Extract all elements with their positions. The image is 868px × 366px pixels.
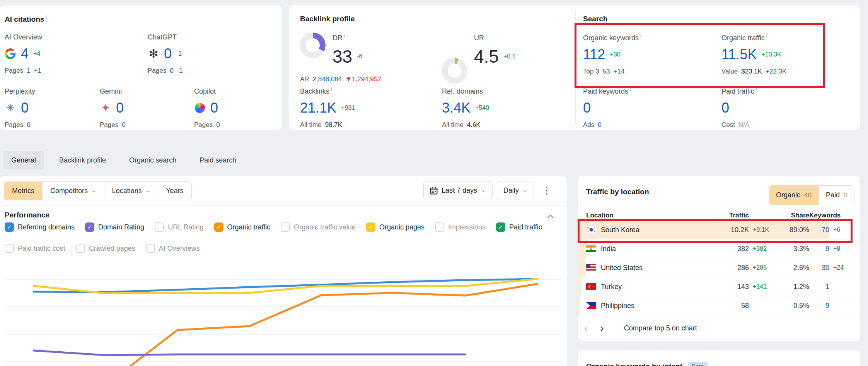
table-row-philippines[interactable]: Philippines580.5%9 xyxy=(578,296,860,315)
ai-item-value-row: ✦0 xyxy=(100,101,193,115)
tab-backlink-profile[interactable]: Backlink profile xyxy=(51,151,114,169)
keywords-value[interactable]: 9 xyxy=(809,245,829,253)
granularity-button[interactable]: Daily ⌄ xyxy=(497,181,534,200)
keywords-value[interactable]: 9 xyxy=(809,302,829,310)
ur-value: 4.5 xyxy=(474,48,499,65)
info-icon[interactable]: i xyxy=(486,33,487,39)
ai-item-pages-row: Pages0-1 xyxy=(148,67,240,75)
metric-checkbox-paid-traffic[interactable]: ✓Paid traffic xyxy=(496,222,542,232)
metric-checkbox-paid-traffic-cost[interactable]: Paid traffic cost xyxy=(5,244,65,253)
location-cell: India xyxy=(586,245,721,253)
share-value: 3.3% xyxy=(779,245,809,253)
ai-item-pages-row: Pages0 xyxy=(100,121,193,129)
traffic-value: 382 xyxy=(721,245,749,253)
pages-label: Pages xyxy=(5,67,23,75)
collapse-section-icon[interactable] xyxy=(547,213,554,220)
info-icon[interactable]: i xyxy=(640,33,641,39)
organic-traffic-value[interactable]: 11.5K xyxy=(721,48,757,62)
more-options-icon[interactable]: ⋮ xyxy=(538,185,555,196)
metric-checkbox-crawled-pages[interactable]: Crawled pages xyxy=(76,244,135,253)
filter-metrics[interactable]: Metrics xyxy=(4,182,42,200)
ar-value[interactable]: 2,848,084 xyxy=(313,75,342,83)
keywords-change: +6 xyxy=(829,226,852,233)
filter-label: Locations xyxy=(112,187,142,195)
info-icon[interactable]: i xyxy=(756,87,757,92)
filter-locations[interactable]: Locations⌄ xyxy=(104,182,158,200)
metric-checkbox-domain-rating[interactable]: ✓Domain Rating xyxy=(85,222,144,232)
prev-page-icon[interactable]: ‹ xyxy=(578,323,594,334)
metric-checkbox-url-rating[interactable]: URL Rating xyxy=(155,222,203,232)
tab-paid-search[interactable]: Paid search xyxy=(191,151,244,169)
metric-checkbox-referring-domains[interactable]: ✓Referring domains xyxy=(5,222,75,232)
filter-years[interactable]: Years xyxy=(158,182,191,200)
backlinks-label: Backlinksi xyxy=(300,87,355,96)
checked-checkbox-icon: ✓ xyxy=(85,222,94,232)
copilot-icon xyxy=(194,102,206,114)
keywords-change: +24 xyxy=(829,264,852,271)
keywords-value[interactable]: 70 xyxy=(809,226,829,234)
dr-label: DRi xyxy=(333,33,362,42)
filter-competitors[interactable]: Competitors⌄ xyxy=(42,182,104,200)
keywords-value[interactable]: 1 xyxy=(809,283,829,291)
card-divider xyxy=(575,11,576,124)
toggle-organic[interactable]: Organic40 xyxy=(769,186,819,205)
next-page-icon[interactable]: › xyxy=(594,323,610,334)
organic-paid-toggle: Organic40Paid0 xyxy=(769,185,854,205)
info-icon[interactable]: i xyxy=(766,33,767,39)
location-cell: Philippines xyxy=(586,302,721,310)
table-row-turkey[interactable]: Turkey143+1411.2%1 xyxy=(578,277,860,296)
ai-item-chatgpt: ChatGPT✻0-1Pages0-1 xyxy=(148,33,240,75)
unchecked-checkbox-icon xyxy=(5,244,14,253)
metric-checkbox-ai-overviews[interactable]: AI Overviews xyxy=(146,244,200,253)
traffic-value: 286 xyxy=(721,264,749,272)
metric-checkbox-impressions[interactable]: Impressions xyxy=(435,222,486,232)
location-cell: South Korea xyxy=(586,226,721,234)
ai-item-change: -1 xyxy=(176,50,182,57)
traffic-value-row: Value $23.1K +22.3K xyxy=(721,68,786,75)
traffic-change: +141 xyxy=(749,283,779,290)
location-name: United States xyxy=(601,264,643,272)
metric-checkbox-organic-pages[interactable]: ✓Organic pages xyxy=(366,222,425,232)
metric-checkbox-label: Crawled pages xyxy=(89,245,135,253)
organic-keywords-value[interactable]: 112 xyxy=(583,48,605,62)
metric-checkbox-row-2: Paid traffic costCrawled pagesAI Overvie… xyxy=(5,244,200,253)
info-icon[interactable]: i xyxy=(484,87,486,92)
date-range-button[interactable]: Last 7 days ⌄ xyxy=(423,181,493,200)
traffic-value: 143 xyxy=(721,283,749,291)
tab-organic-search[interactable]: Organic search xyxy=(121,151,184,169)
info-icon[interactable]: i xyxy=(331,87,332,92)
keywords-by-intent-title: Organic keywords by intent xyxy=(586,362,682,366)
ai-item-perplexity: Perplexity✳0Pages0 xyxy=(5,87,97,129)
ref-domains-value[interactable]: 3.4K xyxy=(442,101,471,115)
pages-change: -1 xyxy=(177,67,183,75)
toggle-label: Paid xyxy=(826,191,840,199)
organic-traffic-label: Organic traffici xyxy=(721,33,786,42)
info-icon[interactable]: i xyxy=(344,33,345,39)
ai-item-change: +4 xyxy=(33,50,40,57)
organic-keywords-label: Organic keywordsi xyxy=(583,33,641,42)
share-value: 2.5% xyxy=(779,264,809,272)
tab-general[interactable]: General xyxy=(3,151,44,169)
metric-checkbox-label: Paid traffic xyxy=(509,223,542,231)
compare-top5-link[interactable]: Compare top 5 on chart xyxy=(624,324,697,332)
ai-item-gemini: Gemini✦0Pages0 xyxy=(100,87,193,129)
location-cell: Turkey xyxy=(586,283,721,291)
traffic-change: +382 xyxy=(749,245,779,252)
keywords-value[interactable]: 30 xyxy=(809,264,829,272)
info-icon[interactable]: i xyxy=(630,87,631,92)
table-row-south-korea[interactable]: South Korea10.2K+9.1K89.0%70+6 xyxy=(578,221,860,239)
info-icon[interactable]: i xyxy=(46,15,47,20)
metric-checkbox-organic-traffic[interactable]: ✓Organic traffic xyxy=(214,222,271,232)
table-row-united-states[interactable]: United States286+2852.5%30+24 xyxy=(578,258,860,277)
filter-label: Metrics xyxy=(12,187,34,195)
backlinks-value[interactable]: 21.1K xyxy=(300,101,336,115)
filter-label: Competitors xyxy=(50,187,88,195)
dashboard-page: AI citationsi AI Overview4+4Pages1+1Chat… xyxy=(0,0,868,366)
unchecked-checkbox-icon xyxy=(155,222,164,232)
column-header-traffic: Traffic xyxy=(721,212,749,219)
metric-checkbox-organic-traffic-value[interactable]: Organic traffic value xyxy=(281,222,356,232)
toggle-paid[interactable]: Paid0 xyxy=(819,186,854,205)
table-row-india[interactable]: India382+3823.3%9+8 xyxy=(578,239,860,258)
flag-icon-us xyxy=(586,264,596,271)
column-header-keywords: Keywords xyxy=(809,212,829,219)
